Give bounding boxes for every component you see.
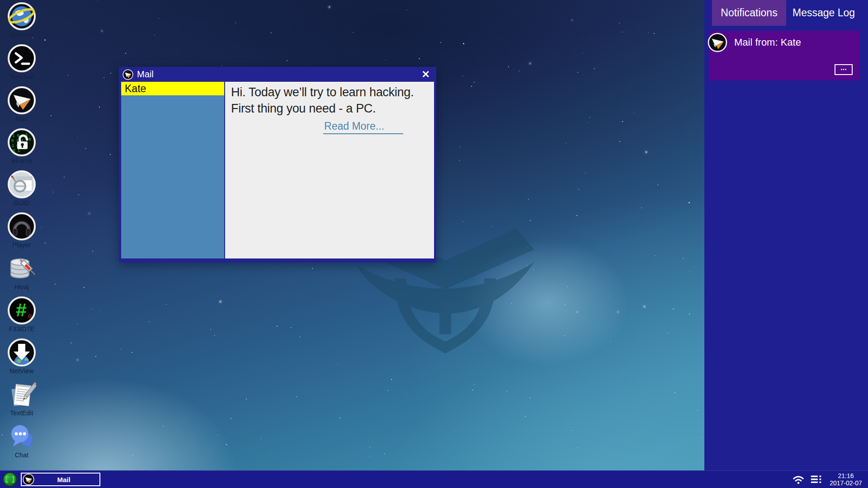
tab-message-log[interactable]: Message Log — [786, 0, 861, 26]
read-more-link[interactable]: Read More... — [323, 120, 403, 134]
magnifier-window-icon — [7, 170, 36, 199]
desktop-icon-column: Browser Terminal Mail BForce GUID Player… — [2, 2, 42, 464]
window-title: Mail — [137, 69, 421, 80]
browser-icon — [7, 2, 36, 31]
mail-icon — [23, 474, 34, 485]
notification-card[interactable]: Mail from: Kate ... — [709, 31, 860, 80]
desktop-icon-label: F33ID7E — [9, 325, 35, 333]
message-preview-line: Hi. Today we’ll try to learn hacking. — [231, 84, 428, 100]
mail-window: Mail ✕ Kate Hi. Today we’ll try to learn… — [119, 67, 436, 263]
desktop-icon-chat[interactable]: Chat — [2, 422, 42, 464]
desktop-icon-guid[interactable]: GUID — [2, 170, 42, 212]
notifications-panel: Notifications Message Log Mail from: Kat… — [704, 0, 868, 471]
task-list-icon[interactable] — [810, 474, 823, 485]
terminal-icon — [7, 44, 36, 73]
mail-window-titlebar[interactable]: Mail ✕ — [119, 67, 436, 82]
system-tray: 21:16 2017-02-07 — [792, 472, 863, 487]
taskbar-item-mail[interactable]: Mail — [21, 473, 100, 486]
mail-icon — [7, 86, 36, 115]
desktop-icon-label: Browser — [10, 31, 34, 38]
desktop-icon-label: Mail — [16, 115, 28, 122]
notification-more-button[interactable]: ... — [835, 64, 853, 75]
message-preview-line: First thing you need - a PC. — [231, 100, 428, 117]
desktop-icon-label: NetView — [9, 367, 33, 375]
desktop-icon-textedit[interactable]: TextEdit — [2, 380, 42, 422]
desktop-icon-mail[interactable]: Mail — [2, 86, 42, 128]
desktop-icon-bforce[interactable]: BForce — [2, 128, 42, 170]
clock-time: 21:16 — [828, 472, 863, 479]
download-globe-icon — [7, 338, 36, 367]
desktop-icon-label: BForce — [11, 157, 32, 164]
desktop-icon-terminal[interactable]: Terminal — [2, 44, 42, 86]
notification-text: Mail from: Kate — [709, 31, 860, 48]
desktop-icon-f33id7e[interactable]: F33ID7E — [2, 296, 42, 338]
desktop: Browser Terminal Mail BForce GUID Player… — [0, 0, 868, 488]
desktop-icon-label: GUID — [14, 199, 30, 206]
panel-tabs: Notifications Message Log — [704, 0, 868, 26]
database-syringe-icon — [7, 254, 36, 283]
mail-message-pane: Hi. Today we’ll try to learn hacking. Fi… — [225, 82, 434, 258]
desktop-icon-label: Terminal — [9, 73, 34, 80]
mail-contact-list: Kate — [121, 82, 224, 258]
mail-icon — [123, 69, 133, 80]
clock: 21:16 2017-02-07 — [828, 472, 863, 487]
contact-row-kate[interactable]: Kate — [121, 82, 224, 95]
tab-notifications[interactable]: Notifications — [712, 0, 786, 26]
headphones-icon — [7, 212, 36, 241]
desktop-icon-label: Hivaj — [14, 283, 29, 291]
desktop-icon-label: Chat — [15, 451, 28, 459]
close-icon[interactable]: ✕ — [421, 70, 431, 80]
chat-bubbles-icon — [7, 422, 36, 451]
mail-icon — [708, 33, 727, 52]
taskbar-item-label: Mail — [34, 476, 93, 483]
taskbar: Mail 21:16 2017-02-07 — [0, 470, 868, 488]
desktop-icon-hivaj[interactable]: Hivaj — [2, 254, 42, 296]
desktop-icon-browser[interactable]: Browser — [2, 2, 42, 44]
desktop-icon-player[interactable]: Player — [2, 212, 42, 254]
hash-alpha-icon — [7, 296, 36, 325]
notepad-pencil-icon — [7, 380, 36, 409]
start-button[interactable] — [3, 472, 17, 487]
padlock-bruteforce-icon — [7, 128, 36, 157]
desktop-icon-label: Player — [13, 241, 31, 249]
clock-date: 2017-02-07 — [828, 479, 863, 487]
mail-window-body: Kate Hi. Today we’ll try to learn hackin… — [121, 82, 434, 258]
desktop-icon-netview[interactable]: NetView — [2, 338, 42, 380]
desktop-icon-label: TextEdit — [10, 409, 33, 417]
wifi-icon[interactable] — [792, 474, 805, 485]
